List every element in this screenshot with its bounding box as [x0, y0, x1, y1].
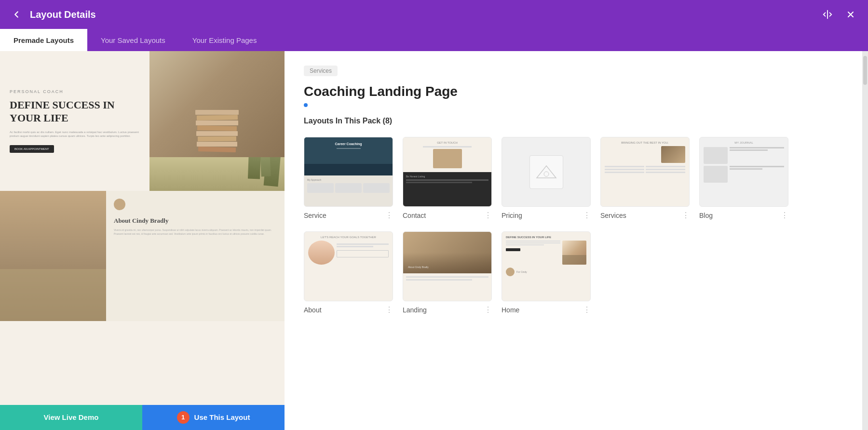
layout-thumb-landing: About Cindy Bradly	[403, 231, 492, 301]
layout-menu-icon-home[interactable]: ⋮	[583, 305, 591, 314]
tabs-bar: Premade Layouts Your Saved Layouts Your …	[0, 29, 868, 51]
layout-card-home[interactable]: DEFINE SUCCESS IN YOUR LIFE	[502, 231, 591, 314]
layout-thumb-pricing	[502, 137, 591, 207]
layout-menu-icon-landing[interactable]: ⋮	[484, 305, 492, 314]
layout-footer-blog: Blog ⋮	[699, 211, 788, 220]
layout-thumb-about: LET'S REACH YOUR GOALS TOGETHER	[304, 231, 393, 301]
layout-card-services[interactable]: BRINGING OUT THE BEST IN YOU.	[600, 137, 690, 220]
layout-card-service[interactable]: Career Coaching My Approach	[304, 137, 393, 220]
pack-title: Coaching Landing Page	[304, 84, 843, 99]
layout-card-landing[interactable]: About Cindy Bradly Landing ⋮	[403, 231, 492, 314]
layout-menu-icon-pricing[interactable]: ⋮	[583, 211, 591, 220]
header-title: Layout Details	[30, 9, 820, 20]
right-panel: Services Coaching Landing Page Layouts I…	[285, 51, 862, 430]
layout-footer-home: Home ⋮	[502, 305, 591, 314]
tab-existing-pages[interactable]: Your Existing Pages	[179, 29, 271, 51]
layout-footer-landing: Landing ⋮	[403, 305, 492, 314]
preview-personal-coach-label: PERSONAL COACH	[10, 89, 140, 94]
header-actions	[820, 7, 858, 22]
layout-card-about[interactable]: LET'S REACH YOUR GOALS TOGETHER	[304, 231, 393, 314]
layout-thumb-blog: MY JOURNAL	[699, 137, 788, 207]
pack-dot	[304, 103, 308, 107]
preview-actions: View Live Demo 1 Use This Layout	[0, 405, 285, 430]
layout-name-blog: Blog	[699, 212, 713, 219]
layout-menu-icon-about[interactable]: ⋮	[385, 305, 393, 314]
tab-premade-layouts[interactable]: Premade Layouts	[0, 29, 87, 51]
preview-cta-button: BOOK AN APPOINTMENT	[10, 145, 54, 153]
pricing-placeholder	[529, 155, 563, 189]
scrollbar-thumb[interactable]	[863, 56, 867, 85]
view-live-demo-button[interactable]: View Live Demo	[0, 405, 142, 430]
layout-thumb-service: Career Coaching My Approach	[304, 137, 393, 207]
layout-footer-services: Services ⋮	[600, 211, 690, 220]
svg-point-4	[544, 172, 549, 176]
layouts-grid-row2: LET'S REACH YOUR GOALS TOGETHER	[304, 231, 843, 314]
layout-footer-service: Service ⋮	[304, 211, 393, 220]
layout-thumb-home: DEFINE SUCCESS IN YOUR LIFE	[502, 231, 591, 301]
layouts-heading: Layouts In This Pack (8)	[304, 117, 843, 125]
layout-name-pricing: Pricing	[502, 212, 522, 219]
preview-bottom-section: About Cindy Bradly Viverra id gravida mi…	[0, 191, 285, 321]
preview-text-section: PERSONAL COACH DEFINE SUCCESS IN YOUR LI…	[0, 51, 149, 191]
layout-card-pricing[interactable]: Pricing ⋮	[502, 137, 591, 220]
layout-menu-icon-blog[interactable]: ⋮	[781, 211, 788, 220]
layout-menu-icon-contact[interactable]: ⋮	[484, 211, 492, 220]
preview-about-name: About Cindy Bradly	[114, 217, 277, 225]
preview-panel: PERSONAL COACH DEFINE SUCCESS IN YOUR LI…	[0, 51, 285, 430]
layout-card-blog[interactable]: MY JOURNAL	[699, 137, 788, 220]
layout-name-service: Service	[304, 212, 326, 219]
header: Layout Details	[0, 0, 868, 29]
preview-body-text: Ac facilisi morbi quis ac dis nullam. Eg…	[10, 130, 140, 138]
preview-about-section: About Cindy Bradly Viverra id gravida mi…	[106, 191, 285, 321]
preview-top-section: PERSONAL COACH DEFINE SUCCESS IN YOUR LI…	[0, 51, 285, 191]
layout-footer-about: About ⋮	[304, 305, 393, 314]
layout-footer-contact: Contact ⋮	[403, 211, 492, 220]
preview-layout: PERSONAL COACH DEFINE SUCCESS IN YOUR LI…	[0, 51, 285, 405]
main-content: PERSONAL COACH DEFINE SUCCESS IN YOUR LI…	[0, 51, 868, 430]
scrollbar-track[interactable]	[862, 51, 868, 430]
preview-about-text: Viverra id gravida mi, nec ullamcorper p…	[114, 228, 277, 236]
preview-avatar	[114, 199, 125, 210]
layout-name-services: Services	[600, 212, 626, 219]
layout-menu-icon-service[interactable]: ⋮	[385, 211, 393, 220]
layout-thumb-contact: GET IN TOUCH Be Honest Listing	[403, 137, 492, 207]
layout-footer-pricing: Pricing ⋮	[502, 211, 591, 220]
close-button[interactable]	[843, 7, 858, 22]
split-view-button[interactable]	[820, 7, 835, 22]
layout-menu-icon-services[interactable]: ⋮	[682, 211, 690, 220]
preview-headline: DEFINE SUCCESS IN YOUR LIFE	[10, 99, 140, 124]
layout-name-contact: Contact	[403, 212, 426, 219]
layout-count-badge: 1	[177, 411, 190, 424]
tab-saved-layouts[interactable]: Your Saved Layouts	[87, 29, 179, 51]
layouts-grid-row1: Career Coaching My Approach	[304, 137, 843, 220]
category-badge: Services	[304, 66, 338, 76]
layout-name-about: About	[304, 306, 322, 314]
back-button[interactable]	[10, 8, 23, 21]
layout-thumb-services: BRINGING OUT THE BEST IN YOU.	[600, 137, 690, 207]
layout-name-landing: Landing	[403, 306, 427, 314]
layout-card-contact[interactable]: GET IN TOUCH Be Honest Listing Contact	[403, 137, 492, 220]
layout-name-home: Home	[502, 306, 519, 314]
use-this-layout-button[interactable]: 1 Use This Layout	[142, 405, 285, 430]
preview-image-section	[149, 51, 285, 191]
